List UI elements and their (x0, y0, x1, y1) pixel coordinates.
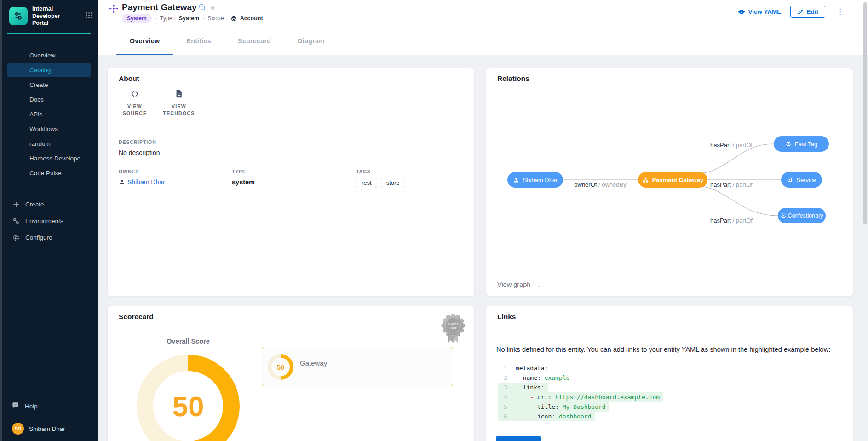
sidebar-item-random[interactable]: random (7, 137, 91, 151)
owner-link[interactable]: Shibam Dhar (119, 178, 232, 186)
user-name: Shibam Dhar (29, 425, 65, 432)
sidebar-action-create[interactable]: Create (0, 196, 98, 213)
edit-button[interactable]: Edit (790, 6, 826, 18)
main-content: About VIEW SOURCEVIEW TECHDOCS DESCRIPTI… (98, 55, 868, 441)
category-icon (642, 177, 649, 183)
links-title: Links (497, 313, 516, 321)
tags-label: TAGS (356, 169, 405, 174)
tags-section: TAGS reststore (356, 169, 405, 188)
line-content: metadata: (516, 363, 548, 373)
topbar: Payment Gateway ★ System · Type : System… (98, 0, 868, 55)
help-label: Help (25, 403, 38, 410)
code-line-3: 3 links: (498, 383, 548, 392)
tab-entities[interactable]: Entities (173, 26, 224, 55)
view-techdocs-button[interactable]: VIEW TECHDOCS (161, 88, 197, 117)
line-content: name: example (516, 373, 569, 383)
relation-node-payment[interactable]: Payment Gateway (638, 172, 707, 188)
relation-node-fasttag[interactable]: Fast Tag (774, 136, 829, 152)
kind-badge: System (122, 14, 152, 23)
sidebar-item-docs[interactable]: Docs (7, 93, 91, 107)
scorecard-gateway-card[interactable]: 50 Gateway (262, 347, 453, 386)
read-more-button[interactable]: Read more (496, 436, 541, 441)
app-grid-icon[interactable] (86, 12, 92, 21)
code-line-4: 4 - url: https://dashboard.example.com (498, 392, 663, 402)
sidebar-action-configure[interactable]: Configure (0, 229, 98, 246)
code-line-1: 1metadata: (498, 363, 552, 373)
type-label: Type : (160, 15, 176, 22)
line-number: 6 (498, 412, 507, 421)
relation-node-confectionary[interactable]: Confectionary (778, 208, 826, 223)
sidebar-item-create[interactable]: Create (7, 78, 91, 92)
view-source-button[interactable]: VIEW SOURCE (117, 88, 153, 117)
overall-score-donut: 50 (137, 355, 240, 441)
gateway-score-name: Gateway (300, 359, 327, 367)
sidebar-accent-line (7, 33, 91, 34)
code-icon (129, 88, 140, 99)
tag-chips: reststore (356, 178, 405, 188)
scrollbar-thumb[interactable] (863, 2, 867, 224)
view-graph-link[interactable]: View graph→ (497, 281, 541, 289)
line-number: 4 (498, 392, 507, 402)
tag-chip-rest[interactable]: rest (356, 178, 377, 188)
about-actions: VIEW SOURCEVIEW TECHDOCS (117, 88, 197, 117)
overall-score-value: 50 (172, 390, 204, 423)
entity-header: Payment Gateway ★ System · Type : System… (98, 0, 868, 26)
user-menu[interactable]: SD Shibam Dhar (12, 423, 98, 435)
tab-scorecard[interactable]: Scorecard (224, 26, 284, 55)
line-content: icon: dashboard (516, 412, 591, 421)
chip-icon (780, 212, 787, 219)
relation-node-shibam[interactable]: Shibam Dhar (507, 172, 563, 188)
code-line-6: 6 icon: dashboard (498, 412, 595, 421)
gateway-score-value: 50 (277, 363, 285, 371)
header-actions: View YAML Edit ⋮ (738, 6, 846, 18)
silver-tier-badge: Silver Tier (441, 313, 465, 346)
portal-logo-icon[interactable] (9, 7, 28, 25)
tab-overview[interactable]: Overview (116, 26, 173, 55)
line-number: 3 (498, 383, 507, 392)
relation-node-label: Fast Tag (795, 141, 818, 148)
view-yaml-button[interactable]: View YAML (738, 8, 781, 16)
gear-icon (12, 234, 20, 241)
relation-node-label: Shibam Dhar (523, 177, 558, 183)
about-title: About (119, 74, 139, 83)
more-options-icon[interactable]: ⋮ (834, 6, 846, 17)
sidebar-item-apis[interactable]: APIs (7, 108, 91, 121)
person-icon (119, 179, 125, 185)
sidebar-item-code-pulse[interactable]: Code Pulse (7, 166, 91, 180)
person-icon (513, 177, 520, 183)
action-label: VIEW TECHDOCS (161, 103, 197, 117)
scorecard-title: Scorecard (119, 313, 154, 321)
copy-icon[interactable] (198, 4, 205, 12)
sidebar-divider (22, 44, 83, 44)
scorecard-card: Scorecard Overall Score 50 50 Gateway (107, 306, 475, 441)
description-label: DESCRIPTION (119, 139, 160, 145)
sidebar-item-overview[interactable]: Overview (7, 49, 91, 63)
help-icon: ? (12, 401, 20, 411)
sidebar-action-environments[interactable]: Environments (0, 213, 98, 229)
relation-node-label: Confectionary (788, 212, 823, 219)
help-button[interactable]: ? Help (12, 401, 98, 411)
description-section: DESCRIPTION No description (119, 139, 160, 156)
tab-diagram[interactable]: Diagram (284, 26, 338, 55)
sidebar-action-label: Configure (25, 234, 52, 241)
sidebar-footer: ? Help SD Shibam Dhar (0, 401, 98, 441)
line-content: links: (516, 383, 545, 392)
sidebar-action-label: Environments (25, 218, 63, 224)
sidebar-bottom-nav: CreateEnvironmentsConfigure (0, 196, 98, 246)
sidebar-header: Internal Developer Portal (0, 0, 98, 32)
meta-separator: · (155, 15, 157, 22)
chip-icon (787, 177, 793, 183)
sidebar-item-harness-develope-[interactable]: Harness Develope... (7, 152, 91, 166)
relation-node-service[interactable]: Service (781, 172, 822, 188)
star-icon[interactable]: ★ (209, 3, 216, 12)
edge-label: hasPart / partOf (710, 217, 753, 224)
account-scope-icon (230, 15, 237, 22)
sidebar-nav: OverviewCatalogCreateDocsAPIsWorkflowsra… (0, 49, 98, 180)
scope-value: Account (240, 15, 263, 22)
plus-icon (12, 200, 20, 208)
tag-chip-store[interactable]: store (381, 178, 405, 188)
line-number: 1 (498, 363, 507, 373)
entity-meta: System · Type : System · Scope : Account (122, 14, 263, 23)
sidebar-item-catalog[interactable]: Catalog (7, 63, 91, 77)
sidebar-item-workflows[interactable]: Workflows (7, 122, 91, 136)
